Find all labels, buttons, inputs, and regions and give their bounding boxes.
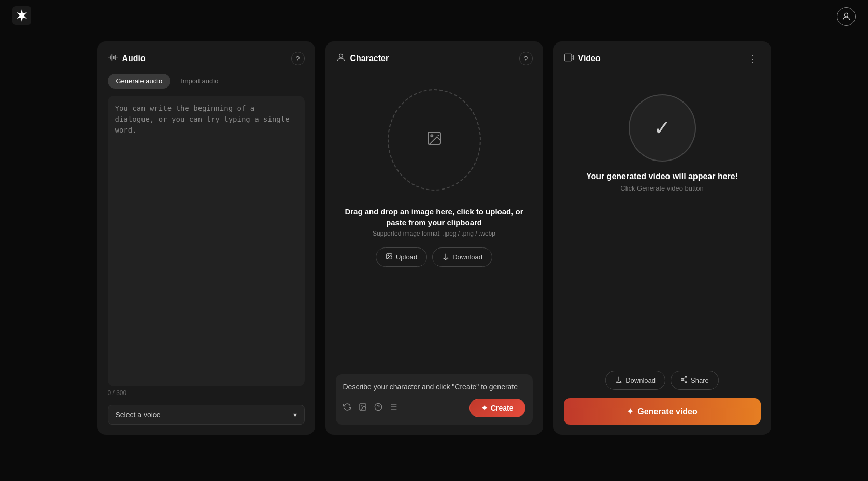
image-upload-icon xyxy=(426,130,443,150)
video-share-label: Share xyxy=(691,376,709,384)
download-icon-video xyxy=(615,376,622,385)
generate-video-button[interactable]: ✦ Generate video xyxy=(564,398,761,425)
video-check-circle: ✓ xyxy=(629,94,696,162)
waveform-icon xyxy=(108,52,118,65)
main-content: Audio ? Generate audio Import audio 0 / … xyxy=(0,33,868,443)
tab-import-audio[interactable]: Import audio xyxy=(173,74,226,89)
settings-icon-btn[interactable] xyxy=(390,403,398,413)
audio-help-button[interactable]: ? xyxy=(291,52,305,65)
video-icon xyxy=(564,52,574,65)
svg-point-2 xyxy=(339,54,343,57)
audio-textarea[interactable] xyxy=(108,96,305,386)
image-upload-area[interactable] xyxy=(388,89,481,191)
video-download-label: Download xyxy=(625,376,656,384)
generate-video-label: Generate video xyxy=(637,407,698,416)
audio-card-header: Audio ? xyxy=(108,52,305,65)
character-upload-button[interactable]: Upload xyxy=(376,247,427,267)
download-icon-char xyxy=(442,253,449,261)
upload-icon-btn xyxy=(386,253,393,261)
video-placeholder-title: Your generated video will appear here! xyxy=(564,172,761,181)
video-more-button[interactable]: ⋮ xyxy=(745,52,761,65)
character-download-button[interactable]: Download xyxy=(432,247,492,267)
refresh-icon-btn[interactable] xyxy=(343,403,351,413)
svg-line-18 xyxy=(683,380,685,381)
upload-text-block: Drag and drop an image here, click to up… xyxy=(336,206,533,237)
video-content: ✓ Your generated video will appear here!… xyxy=(564,74,761,425)
svg-point-4 xyxy=(431,135,433,137)
character-download-label: Download xyxy=(452,253,482,261)
audio-card: Audio ? Generate audio Import audio 0 / … xyxy=(97,41,315,435)
tab-generate-audio[interactable]: Generate audio xyxy=(108,74,171,89)
audio-content: 0 / 300 xyxy=(108,96,305,397)
char-count: 0 / 300 xyxy=(108,389,305,397)
video-title: Video xyxy=(578,54,601,63)
upload-main-text: Drag and drop an image here, click to up… xyxy=(336,206,533,228)
voice-select-dropdown[interactable]: Select a voice ▾ xyxy=(108,405,305,425)
video-card: Video ⋮ ✓ Your generated video will appe… xyxy=(553,41,771,435)
svg-point-15 xyxy=(685,376,687,378)
character-card-header: Character ? xyxy=(336,52,533,65)
generate-plus-icon: ✦ xyxy=(627,406,633,416)
header xyxy=(0,0,868,33)
create-button[interactable]: ✦ Create xyxy=(469,399,525,417)
avatar-button[interactable] xyxy=(837,7,856,26)
svg-rect-14 xyxy=(564,54,571,61)
audio-tabs: Generate audio Import audio xyxy=(108,74,305,89)
help-icon-btn[interactable] xyxy=(374,403,382,413)
logo xyxy=(12,6,31,27)
audio-title: Audio xyxy=(122,54,146,63)
check-icon: ✓ xyxy=(653,116,671,140)
voice-select-label: Select a voice xyxy=(116,411,161,419)
character-prompt-text: Describe your character and click "Creat… xyxy=(343,382,525,392)
svg-point-6 xyxy=(388,255,389,256)
svg-point-1 xyxy=(845,13,848,17)
character-icon xyxy=(336,52,346,65)
character-title-group: Character xyxy=(336,52,389,65)
svg-line-19 xyxy=(683,378,685,379)
plus-icon: ✦ xyxy=(481,404,488,412)
character-help-button[interactable]: ? xyxy=(519,52,533,65)
image-picker-icon-btn[interactable] xyxy=(359,403,367,413)
character-action-row: Upload Download xyxy=(336,247,533,267)
svg-point-17 xyxy=(685,381,687,383)
svg-point-8 xyxy=(361,405,362,406)
video-placeholder-sub: Click Generate video button xyxy=(564,184,761,192)
prompt-icon-group xyxy=(343,403,398,413)
upload-button-label: Upload xyxy=(396,253,417,261)
share-icon xyxy=(680,376,688,385)
chevron-down-icon: ▾ xyxy=(293,411,297,419)
create-button-label: Create xyxy=(491,404,514,412)
character-prompt-area: Describe your character and click "Creat… xyxy=(336,374,533,425)
upload-sub-text: Supported image format: .jpeg / .png / .… xyxy=(336,230,533,237)
character-card: Character ? Drag and drop an image here,… xyxy=(325,41,543,435)
character-content: Drag and drop an image here, click to up… xyxy=(336,74,533,425)
character-title: Character xyxy=(350,54,389,63)
video-card-header: Video ⋮ xyxy=(564,52,761,65)
svg-point-16 xyxy=(681,378,684,381)
voice-select-area: Select a voice ▾ xyxy=(108,397,305,425)
prompt-bottom-bar: ✦ Create xyxy=(343,399,525,417)
audio-title-group: Audio xyxy=(108,52,146,65)
video-title-group: Video xyxy=(564,52,601,65)
video-action-row: Download Share xyxy=(564,360,761,390)
video-download-button[interactable]: Download xyxy=(605,371,665,390)
video-share-button[interactable]: Share xyxy=(671,371,719,390)
